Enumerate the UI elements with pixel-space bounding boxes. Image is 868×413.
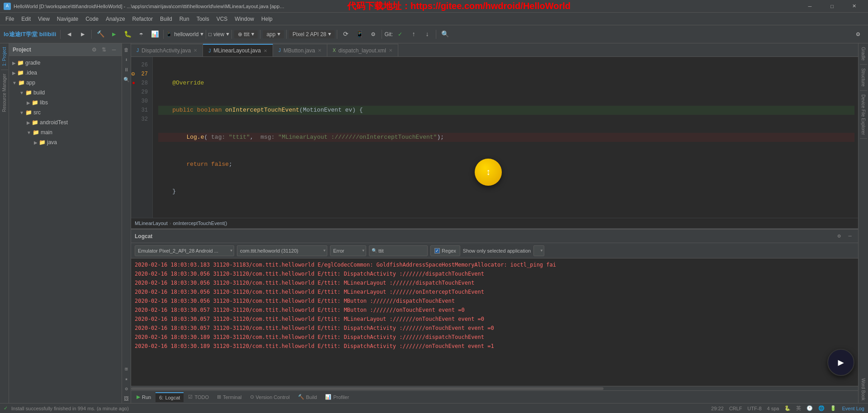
tree-item-src[interactable]: ▼ 📁 src — [9, 108, 122, 117]
toolbar-search[interactable]: 🔍 — [439, 28, 451, 41]
tab-close-dispatch[interactable]: ✕ — [193, 48, 197, 53]
toolbar-profile[interactable]: 📊 — [148, 28, 161, 41]
bottom-tab-vcs[interactable]: ⊙ Version Control — [246, 392, 293, 402]
floating-video-btn[interactable]: ▶ — [827, 349, 854, 376]
action-favorites[interactable]: ★ — [122, 374, 131, 383]
project-settings-btn[interactable]: ⚙ — [90, 46, 98, 54]
menu-analyze[interactable]: Analyze — [102, 14, 129, 24]
code-28-indent — [158, 133, 186, 142]
bottom-tab-logcat[interactable]: 6: Logcat — [156, 392, 184, 402]
event-log-label[interactable]: Event Log — [842, 406, 864, 411]
logcat-minimize-btn[interactable]: ─ — [845, 232, 854, 241]
app-selector[interactable]: app ▼ — [263, 30, 284, 38]
maximize-button[interactable]: □ — [822, 0, 842, 13]
device-selector[interactable]: Pixel 2 API 28 ▼ — [289, 30, 335, 38]
gradle-tab[interactable]: Gradle — [860, 44, 867, 63]
breadcrumb-part1[interactable]: MLinearLayout — [135, 221, 168, 226]
logcat-level-select[interactable]: Error Verbose Debug Info Warn — [330, 245, 366, 256]
floating-debug-circle[interactable]: ↕ — [475, 159, 502, 186]
breadcrumb-part2[interactable]: onInterceptTouchEvent() — [173, 221, 227, 226]
action-clear[interactable]: 🗑 — [122, 45, 131, 54]
tab-close-dispatch-layout[interactable]: ✕ — [389, 48, 392, 53]
menu-vcs[interactable]: VCS — [213, 14, 231, 24]
tree-item-build[interactable]: ▼ 📁 build — [9, 88, 122, 98]
action-filter[interactable]: 🔍 — [122, 75, 131, 84]
menu-view[interactable]: View — [34, 14, 53, 24]
action-pause[interactable]: ⏸ — [122, 65, 131, 74]
tab-mlinearlayout[interactable]: J MLinearLayout.java ✕ — [203, 44, 273, 56]
tree-item-app[interactable]: ▼ 📁 app — [9, 78, 122, 88]
minimize-button[interactable]: ─ — [800, 0, 820, 13]
code-28-tag-label: tag: — [211, 133, 225, 142]
tree-item-main[interactable]: ▼ 📁 main — [9, 127, 122, 137]
status-crlf[interactable]: CRLF — [729, 406, 742, 411]
tree-item-libs[interactable]: ▶ 📁 libs — [9, 98, 122, 108]
menu-code[interactable]: Code — [82, 14, 102, 24]
view-selector[interactable]: □ view ▼ — [208, 31, 229, 38]
resource-manager-tab[interactable]: Resource Manager — [1, 71, 8, 115]
menu-window[interactable]: Window — [231, 14, 258, 24]
tab-close-mbutton[interactable]: ✕ — [318, 48, 321, 53]
run-config-selector[interactable]: 📱 helloworld ▼ — [166, 31, 203, 38]
menu-help[interactable]: Help — [258, 14, 276, 24]
logcat-device-select[interactable]: Emulator Pixel_2_API_28 Android ... — [135, 245, 234, 256]
toolbar-build[interactable]: 🔨 — [94, 28, 107, 41]
status-cursor[interactable]: 29:22 — [711, 406, 724, 411]
logcat-content[interactable]: 2020-02-16 18:03:03.183 31120-31183/com.… — [131, 258, 858, 386]
code-content[interactable]: @Override public boolean onInterceptTouc… — [153, 57, 858, 218]
tab-dispatch-layout[interactable]: X dispatch_layout.xml ✕ — [327, 44, 398, 56]
word-book-tab[interactable]: Word Book — [860, 375, 867, 403]
logcat-settings-btn[interactable]: ⚙ — [835, 232, 844, 241]
bottom-tab-todo[interactable]: ☑ TODO — [184, 392, 212, 402]
project-minimize-btn[interactable]: ─ — [110, 46, 118, 54]
toolbar-avd[interactable]: 📱 — [353, 28, 366, 41]
toolbar-git-push[interactable]: ↓ — [421, 28, 434, 41]
tab-dispatch-activity[interactable]: J DispatchActivity.java ✕ — [131, 44, 203, 56]
regex-button[interactable]: ✓ Regex — [430, 245, 460, 256]
tree-item-java[interactable]: ▶ 📁 java — [9, 137, 122, 147]
tree-item-gradle[interactable]: ▶ 📁 gradle — [9, 58, 122, 68]
toolbar-coverage[interactable]: ☂ — [135, 28, 147, 41]
status-charset[interactable]: UTF-8 — [747, 406, 761, 411]
action-build-variants[interactable]: ⊞ — [122, 364, 131, 373]
menu-run[interactable]: Run — [176, 14, 193, 24]
menu-refactor[interactable]: Refactor — [129, 14, 156, 24]
menu-file[interactable]: File — [2, 14, 18, 24]
tab-close-mlinearlayout[interactable]: ✕ — [264, 48, 267, 53]
tree-item-androidtest[interactable]: ▶ 📁 androidTest — [9, 117, 122, 127]
toolbar-git-check[interactable]: ✓ — [394, 28, 406, 41]
project-tab[interactable]: 1: Project — [1, 44, 8, 69]
module-selector[interactable]: ⊕ ttit ▼ — [234, 30, 258, 38]
menu-tools[interactable]: Tools — [193, 14, 213, 24]
logcat-show-only-select[interactable] — [533, 245, 544, 256]
status-indent[interactable]: 4 spa — [767, 406, 779, 411]
toolbar-debug[interactable]: 🐛 — [121, 28, 134, 41]
action-scroll[interactable]: ⬇ — [122, 55, 131, 64]
device-file-explorer-tab[interactable]: Device File Explorer — [860, 92, 867, 137]
close-button[interactable]: ✕ — [844, 0, 864, 13]
toolbar-back[interactable]: ◀ — [63, 28, 75, 41]
action-bottom: ⊞ ★ ⚙ 🖼 — [122, 364, 131, 403]
bottom-tab-terminal[interactable]: ⊞ Terminal — [213, 392, 245, 402]
tab-mbutton[interactable]: J MButton.java ✕ — [273, 44, 327, 56]
logcat-search-input[interactable] — [369, 245, 428, 256]
action-settings-left[interactable]: ⚙ — [122, 384, 131, 393]
toolbar-settings[interactable]: ⚙ — [852, 28, 864, 41]
bottom-tab-profiler[interactable]: 📊 Profiler — [321, 392, 353, 402]
project-sort-btn[interactable]: ⇅ — [100, 46, 108, 54]
menu-navigate[interactable]: Navigate — [53, 14, 82, 24]
toolbar-sdk[interactable]: ⚙ — [367, 28, 379, 41]
logcat-package-select[interactable]: com.ttit.helloworld (31120) — [237, 245, 327, 256]
toolbar-forward[interactable]: ▶ — [76, 28, 89, 41]
toolbar-run[interactable]: ▶ — [108, 28, 120, 41]
menu-edit[interactable]: Edit — [18, 14, 34, 24]
action-layout[interactable]: 🖼 — [122, 394, 131, 403]
toolbar-sync[interactable]: ⟳ — [340, 28, 352, 41]
structure-tab[interactable]: Structure — [860, 66, 867, 89]
tree-item-idea[interactable]: ▶ 📁 .idea — [9, 68, 122, 78]
menu-build[interactable]: Build — [156, 14, 176, 24]
bottom-tab-run[interactable]: ▶ Run — [133, 392, 155, 402]
toolbar-git-update[interactable]: ↑ — [407, 28, 420, 41]
bottom-tab-build[interactable]: 🔨 Build — [294, 392, 321, 402]
logcat-hscroll[interactable] — [131, 386, 858, 390]
